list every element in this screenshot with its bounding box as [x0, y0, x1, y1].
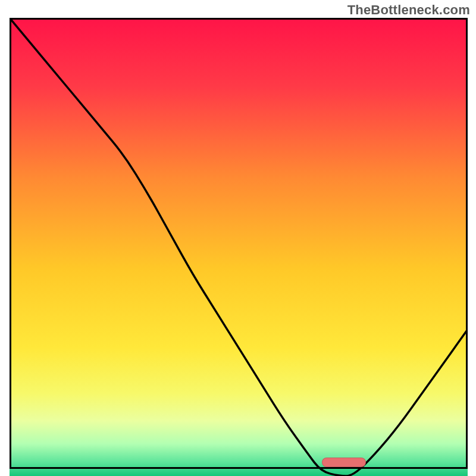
- bottleneck-curve: [10, 18, 468, 476]
- watermark-text: TheBottleneck.com: [347, 2, 470, 18]
- optimal-range-marker: [322, 458, 366, 467]
- plot-area: [10, 18, 468, 469]
- chart-stage: TheBottleneck.com: [0, 0, 476, 476]
